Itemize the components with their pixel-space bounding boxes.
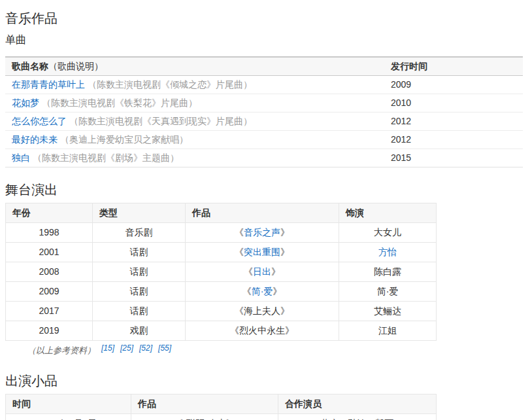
table-row: 2009话剧《简·爱》简·爱 bbox=[6, 282, 437, 302]
stage-work: 《日出》 bbox=[186, 262, 339, 282]
sketch-header-0: 时间 bbox=[6, 394, 131, 414]
role-text: 大女儿 bbox=[374, 227, 401, 237]
bracket-open: 《 bbox=[235, 227, 244, 237]
stage-type: 音乐剧 bbox=[93, 223, 186, 243]
song-note: （陈数主演电视剧《铁梨花》片尾曲） bbox=[39, 97, 197, 108]
sketch-table: 时间作品合作演员 2011年2月2日《"聪明"丈夫》黄宏、孙涛、凯丽 bbox=[5, 394, 437, 420]
role-text: 陈白露 bbox=[374, 266, 401, 277]
reference-link[interactable]: [15] bbox=[101, 343, 114, 353]
bracket-open: 《 bbox=[244, 266, 253, 277]
stage-type: 话剧 bbox=[93, 262, 186, 282]
table-row: 2008话剧《日出》陈白露 bbox=[6, 262, 437, 282]
subsection-title-singles: 单曲 bbox=[5, 33, 527, 46]
stage-year: 2019 bbox=[6, 321, 93, 341]
song-note: （陈数主演电视剧《天真遇到现实》片尾曲） bbox=[67, 116, 252, 126]
song-link[interactable]: 花如梦 bbox=[12, 97, 39, 108]
bracket-close: 》 bbox=[280, 227, 290, 237]
stage-role: 方怡 bbox=[339, 243, 437, 262]
stage-year: 2009 bbox=[6, 282, 93, 302]
sketch-time: 2011年2月2日 bbox=[6, 414, 131, 420]
section-title-stage: 舞台演出 bbox=[5, 183, 527, 198]
stage-role: 简·爱 bbox=[339, 282, 437, 302]
stage-year: 2001 bbox=[6, 243, 93, 262]
sketch-header-1: 作品 bbox=[131, 394, 278, 414]
bracket-open: 《 bbox=[235, 247, 244, 257]
role-text: 江姐 bbox=[378, 325, 397, 336]
stage-header-2: 作品 bbox=[186, 203, 339, 223]
singles-header-song: 歌曲名称（歌曲说明） bbox=[5, 57, 384, 76]
release-year: 2010 bbox=[384, 94, 523, 113]
stage-work: 《简·爱》 bbox=[186, 282, 339, 302]
bracket-close: 》 bbox=[273, 286, 282, 296]
song-note: （陈数主演电视剧《倾城之恋》片尾曲） bbox=[85, 79, 252, 90]
stage-year: 2008 bbox=[6, 262, 93, 282]
table-row: 2011年2月2日《"聪明"丈夫》黄宏、孙涛、凯丽 bbox=[6, 414, 437, 420]
singles-table: 歌曲名称（歌曲说明） 发行时间 在那青青的草叶上 （陈数主演电视剧《倾城之恋》片… bbox=[5, 56, 523, 167]
references-line: （以上参考资料）[15][25][52][55] bbox=[27, 345, 527, 356]
stage-work: 《海上夫人》 bbox=[186, 302, 339, 321]
references-links: [15][25][52][55] bbox=[95, 345, 171, 355]
song-cell: 独白 （陈数主演电视剧《剧场》主题曲） bbox=[5, 149, 384, 167]
reference-link[interactable]: [52] bbox=[139, 343, 152, 353]
work-link[interactable]: 音乐之声 bbox=[244, 227, 280, 237]
stage-header-row: 年份类型作品饰演 bbox=[6, 203, 437, 223]
table-row: 2019戏剧《烈火中永生》江姐 bbox=[6, 321, 437, 341]
sketch-actors: 黄宏、孙涛、凯丽 bbox=[278, 414, 437, 420]
stage-type: 话剧 bbox=[93, 243, 186, 262]
work-link[interactable]: 突出重围 bbox=[244, 247, 280, 257]
song-link[interactable]: 独白 bbox=[12, 152, 30, 163]
reference-link[interactable]: [25] bbox=[120, 343, 133, 353]
sketch-work: 《"聪明"丈夫》 bbox=[131, 414, 278, 420]
table-row: 1998音乐剧《音乐之声》大女儿 bbox=[6, 223, 437, 243]
table-row: 在那青青的草叶上 （陈数主演电视剧《倾城之恋》片尾曲）2009 bbox=[5, 76, 523, 94]
stage-role: 江姐 bbox=[339, 321, 437, 341]
work-link[interactable]: 简·爱 bbox=[252, 286, 273, 296]
release-year: 2015 bbox=[384, 149, 523, 167]
role-text: 艾鲡达 bbox=[374, 306, 401, 316]
song-cell: 怎么你怎么了 （陈数主演电视剧《天真遇到现实》片尾曲） bbox=[5, 113, 384, 131]
references-label: （以上参考资料） bbox=[27, 345, 95, 355]
sketch-header-row: 时间作品合作演员 bbox=[6, 394, 437, 414]
sketch-header-2: 合作演员 bbox=[278, 394, 437, 414]
section-title-sketch: 出演小品 bbox=[5, 374, 527, 389]
work-text: 《烈火中永生》 bbox=[230, 325, 294, 336]
reference-link[interactable]: [55] bbox=[158, 343, 171, 353]
table-row: 花如梦 （陈数主演电视剧《铁梨花》片尾曲）2010 bbox=[5, 94, 523, 113]
stage-table: 年份类型作品饰演 1998音乐剧《音乐之声》大女儿2001话剧《突出重围》方怡2… bbox=[5, 203, 437, 341]
release-year: 2009 bbox=[384, 76, 523, 94]
song-note: （陈数主演电视剧《剧场》主题曲） bbox=[30, 152, 179, 163]
table-row: 最好的未来 （奥迪上海爱幼宝贝之家献唱）2012 bbox=[5, 131, 523, 149]
table-row: 2001话剧《突出重围》方怡 bbox=[6, 243, 437, 262]
stage-header-3: 饰演 bbox=[339, 203, 437, 223]
table-row: 2017话剧《海上夫人》艾鲡达 bbox=[6, 302, 437, 321]
stage-type: 戏剧 bbox=[93, 321, 186, 341]
bracket-open: 《 bbox=[242, 286, 252, 296]
release-year: 2012 bbox=[384, 113, 523, 131]
work-text: 《海上夫人》 bbox=[235, 306, 290, 316]
role-link[interactable]: 方怡 bbox=[378, 247, 397, 257]
song-link[interactable]: 在那青青的草叶上 bbox=[12, 79, 85, 90]
stage-year: 1998 bbox=[6, 223, 93, 243]
song-cell: 花如梦 （陈数主演电视剧《铁梨花》片尾曲） bbox=[5, 94, 384, 113]
table-row: 独白 （陈数主演电视剧《剧场》主题曲）2015 bbox=[5, 149, 523, 167]
section-title-music-works: 音乐作品 bbox=[5, 11, 527, 26]
stage-role: 大女儿 bbox=[339, 223, 437, 243]
stage-role: 艾鲡达 bbox=[339, 302, 437, 321]
bracket-close: 》 bbox=[271, 266, 280, 277]
song-note: （奥迪上海爱幼宝贝之家献唱） bbox=[58, 134, 188, 145]
stage-type: 话剧 bbox=[93, 282, 186, 302]
stage-work: 《音乐之声》 bbox=[186, 223, 339, 243]
stage-work: 《烈火中永生》 bbox=[186, 321, 339, 341]
song-link[interactable]: 怎么你怎么了 bbox=[12, 116, 67, 126]
release-year: 2012 bbox=[384, 131, 523, 149]
singles-header-row: 歌曲名称（歌曲说明） 发行时间 bbox=[5, 57, 523, 76]
stage-header-0: 年份 bbox=[6, 203, 93, 223]
stage-work: 《突出重围》 bbox=[186, 243, 339, 262]
bracket-close: 》 bbox=[280, 247, 290, 257]
work-link[interactable]: 日出 bbox=[253, 266, 271, 277]
song-cell: 在那青青的草叶上 （陈数主演电视剧《倾城之恋》片尾曲） bbox=[5, 76, 384, 94]
singles-header-song-label: 歌曲名称 bbox=[12, 61, 48, 71]
table-row: 怎么你怎么了 （陈数主演电视剧《天真遇到现实》片尾曲）2012 bbox=[5, 113, 523, 131]
song-link[interactable]: 最好的未来 bbox=[12, 134, 58, 145]
stage-year: 2017 bbox=[6, 302, 93, 321]
